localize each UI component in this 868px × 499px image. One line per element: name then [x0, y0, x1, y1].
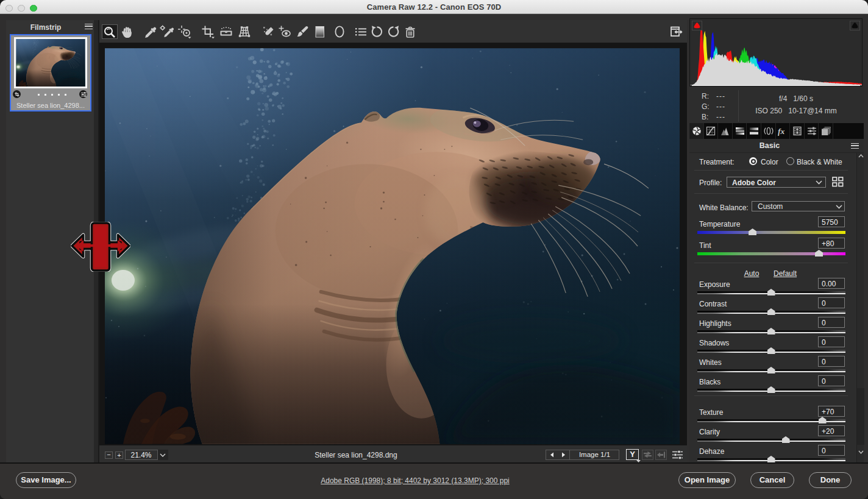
svg-text:fx: fx	[778, 127, 784, 136]
